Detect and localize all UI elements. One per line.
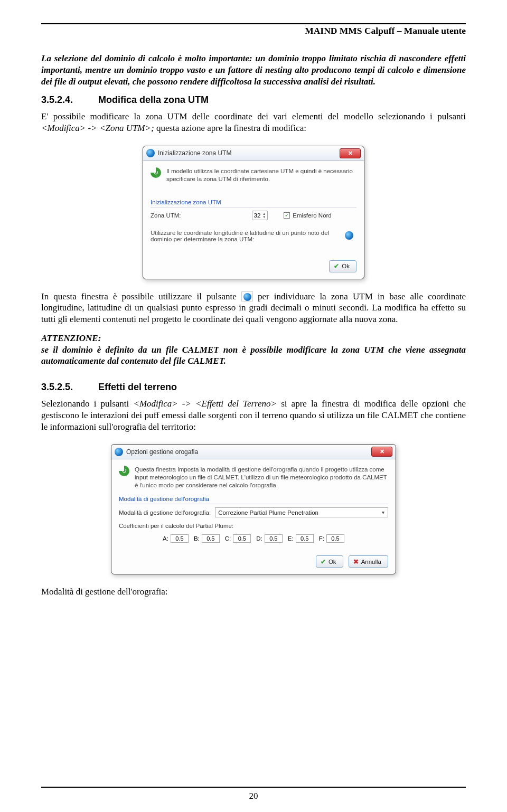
dialog-orography-wrap: Opzioni gestione orogafia ✕ ↻ Questa fin… — [41, 444, 466, 574]
coeff-label: Coefficienti per il calcolo del Partial … — [119, 523, 388, 529]
dialog-utm-subtext: Utilizzare le coordinate longitudine e l… — [151, 230, 334, 242]
mode-select[interactable]: Correzione Partial Plume Penetration — [215, 507, 388, 517]
cancel-label: Annulla — [361, 559, 381, 565]
refresh-icon: ↻ — [119, 466, 129, 476]
dialog-orography-body: ↻ Questa finestra imposta la modalità di… — [111, 459, 396, 551]
dialog-utm-group-label: Inizializzazione zona UTM — [151, 199, 356, 207]
heading-text: Modifica della zona UTM — [98, 95, 209, 106]
attention-body: se il dominio è definito da un file CALM… — [41, 345, 466, 366]
dialog-orography-titlebar: Opzioni gestione orogafia ✕ — [111, 445, 396, 459]
globe-icon — [146, 149, 155, 157]
mode-label: Modalità di gestione dell'orografia: — [119, 509, 211, 516]
inline-globe-icon — [241, 291, 253, 301]
mode-value: Correzione Partial Plume Penetration — [218, 509, 318, 516]
heading-number: 3.5.2.5. — [41, 382, 98, 393]
zone-label: Zona UTM: — [151, 212, 181, 219]
refresh-icon: ↻ — [151, 167, 161, 178]
dialog-utm-info: Il modello utilizza le coordinate cartes… — [166, 167, 356, 183]
coef-d[interactable]: 0.5 — [265, 534, 283, 543]
x-icon: ✖ — [353, 558, 359, 565]
coef-b[interactable]: 0.5 — [202, 534, 220, 543]
attention-block: ATTENZIONE: se il dominio è definito da … — [41, 333, 466, 367]
zone-value: 32 — [254, 212, 261, 219]
paragraph-utm-intro: E' possibile modificare la zona UTM dell… — [41, 111, 466, 134]
cancel-button[interactable]: ✖ Annulla — [349, 555, 388, 568]
dialog-utm: Inizializzazione zona UTM ✕ ↻ Il modello… — [143, 146, 364, 279]
paragraph-terrain-intro: Selezionando i pulsanti <Modifica> -> <E… — [41, 398, 466, 432]
heading-3524: 3.5.2.4. Modifica della zona UTM — [41, 95, 466, 106]
dialog-utm-body: ↻ Il modello utilizza le coordinate cart… — [143, 161, 364, 256]
check-icon: ✔ — [334, 262, 339, 270]
dialog-utm-title: Inizializzazione zona UTM — [158, 149, 231, 157]
heading-number: 3.5.2.4. — [41, 95, 98, 106]
coef-f[interactable]: 0.5 — [326, 534, 344, 543]
globe-icon — [115, 448, 123, 456]
page-number: 20 — [249, 791, 258, 801]
locate-globe-button[interactable] — [345, 231, 353, 240]
hemisphere-label: Emisfero Nord — [293, 212, 332, 219]
ok-button[interactable]: ✔ Ok — [316, 555, 343, 568]
dialog-orography-info: Questa finestra imposta la modalità di g… — [135, 466, 388, 489]
coef-e[interactable]: 0.5 — [296, 534, 314, 543]
check-icon: ✔ — [321, 558, 326, 565]
zone-spinner[interactable]: 32 ▲▼ — [252, 211, 268, 220]
close-icon[interactable]: ✕ — [340, 148, 361, 158]
checkbox-icon: ✓ — [284, 212, 290, 219]
page-footer: 20 — [41, 787, 466, 801]
close-icon[interactable]: ✕ — [371, 447, 392, 457]
content: La selezione del dominio di calcolo è mo… — [41, 53, 466, 598]
dialog-orography-group-label: Modalità di gestione dell'orografia — [119, 496, 388, 504]
heading-text: Effetti del terreno — [98, 382, 177, 393]
hemisphere-checkbox[interactable]: ✓ Emisfero Nord — [284, 212, 332, 219]
paragraph-orography-mode: Modalità di gestione dell'orografia: — [41, 586, 466, 598]
page-header: MAIND MMS Calpuff – Manuale utente — [41, 23, 466, 36]
dialog-utm-wrap: Inizializzazione zona UTM ✕ ↻ Il modello… — [41, 146, 466, 279]
heading-3525: 3.5.2.5. Effetti del terreno — [41, 382, 466, 393]
paragraph-intro: La selezione del dominio di calcolo è mo… — [41, 53, 466, 87]
dialog-orography: Opzioni gestione orogafia ✕ ↻ Questa fin… — [111, 444, 396, 574]
ok-label: Ok — [342, 263, 350, 269]
paragraph-after-dlg1: In questa finestra è possibile utilizzar… — [41, 291, 466, 325]
ok-button[interactable]: ✔ Ok — [329, 260, 356, 272]
coef-a[interactable]: 0.5 — [171, 534, 189, 543]
dialog-orography-title: Opzioni gestione orogafia — [126, 448, 198, 456]
coef-c[interactable]: 0.5 — [233, 534, 251, 543]
ok-label: Ok — [328, 559, 336, 565]
coeff-row: A:0.5 B:0.5 C:0.5 D:0.5 E:0.5 F:0.5 — [119, 534, 388, 543]
dialog-utm-titlebar: Inizializzazione zona UTM ✕ — [143, 146, 364, 161]
attention-title: ATTENZIONE: — [41, 333, 101, 343]
chevron-down-icon[interactable]: ▼ — [262, 215, 266, 219]
header-title: MAIND MMS Calpuff – Manuale utente — [305, 25, 466, 36]
